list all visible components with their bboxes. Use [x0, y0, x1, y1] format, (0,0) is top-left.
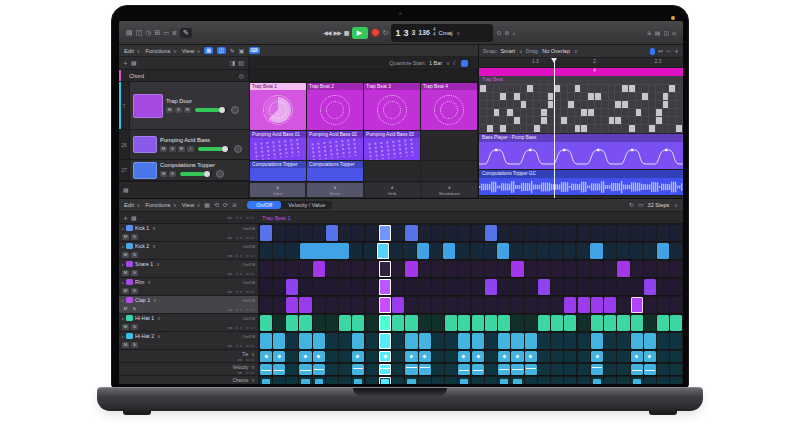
forward-button[interactable]: ▶▶	[334, 29, 341, 36]
step-cell[interactable]	[286, 351, 298, 362]
step-cell[interactable]	[339, 225, 351, 241]
volume-knob[interactable]	[219, 107, 225, 113]
step-cell[interactable]	[405, 297, 417, 313]
step-cell[interactable]	[670, 377, 682, 384]
step-cell[interactable]	[326, 315, 338, 331]
step-cell[interactable]	[299, 225, 311, 241]
step-cell[interactable]	[657, 225, 669, 241]
step-cell[interactable]	[564, 297, 576, 313]
step-cell[interactable]	[313, 333, 325, 349]
step-cell[interactable]	[630, 243, 642, 259]
step-cell[interactable]	[591, 377, 603, 384]
step-cell[interactable]	[339, 315, 351, 331]
step-cell[interactable]	[352, 315, 364, 331]
step-cell[interactable]	[405, 333, 417, 349]
mute-button[interactable]: M	[122, 288, 129, 294]
step-cell[interactable]	[419, 377, 431, 384]
mute-button[interactable]: M	[122, 306, 129, 312]
step-cell[interactable]	[643, 243, 655, 259]
disclosure-icon[interactable]: ▸	[122, 280, 124, 285]
step-cell[interactable]	[657, 261, 669, 277]
step-cell[interactable]	[617, 351, 629, 362]
step-cell[interactable]	[299, 261, 311, 277]
step-cell[interactable]	[631, 351, 643, 362]
rotate-icons[interactable]: ◂▸ ∨∧	[227, 271, 243, 276]
step-cell[interactable]	[657, 297, 669, 313]
performance-button[interactable]	[461, 60, 468, 67]
step-cell[interactable]	[604, 261, 616, 277]
step-cell[interactable]	[419, 333, 431, 349]
step-cell[interactable]	[604, 297, 616, 313]
mute-button[interactable]: M	[122, 234, 129, 240]
step-cell[interactable]	[604, 315, 616, 331]
step-cell[interactable]	[326, 225, 338, 241]
step-cell[interactable]	[352, 261, 364, 277]
step-cell[interactable]	[498, 261, 510, 277]
step-cell[interactable]	[432, 333, 444, 349]
step-cell[interactable]	[525, 297, 537, 313]
step-cell[interactable]	[419, 261, 431, 277]
step-cell[interactable]	[472, 333, 484, 349]
menu-edit[interactable]: Edit ∨	[124, 202, 140, 208]
i-button[interactable]: I	[187, 146, 194, 152]
step-cell[interactable]	[590, 243, 602, 259]
steps-length-value[interactable]: 32 Steps	[648, 202, 670, 208]
chord-track-header[interactable]: Chord ◎	[119, 70, 249, 81]
step-cell[interactable]	[631, 279, 643, 295]
step-cell[interactable]	[485, 333, 497, 349]
loop-cell[interactable]: Trap Beat 4	[421, 83, 477, 130]
step-cell[interactable]	[458, 333, 470, 349]
step-cell[interactable]	[273, 351, 285, 362]
step-cell[interactable]	[392, 225, 404, 241]
step-cell[interactable]	[458, 364, 470, 375]
step-cell[interactable]	[498, 364, 510, 375]
playhead-marker[interactable]	[551, 58, 557, 63]
empty-cell[interactable]	[421, 161, 477, 181]
rotate-icons[interactable]: ◂▸ ∨∧	[227, 289, 243, 294]
step-cell[interactable]	[419, 225, 431, 241]
step-cell[interactable]	[670, 351, 682, 362]
step-cell[interactable]	[405, 377, 417, 384]
step-cell[interactable]	[379, 364, 391, 375]
step-cell[interactable]	[657, 315, 669, 331]
editors-icon[interactable]: ≣	[172, 29, 177, 37]
step-cell[interactable]	[631, 261, 643, 277]
step-cell[interactable]	[670, 243, 682, 259]
step-cell[interactable]	[299, 315, 311, 331]
step-cell[interactable]	[299, 333, 311, 349]
step-cell[interactable]	[379, 333, 391, 349]
step-cell[interactable]	[511, 225, 523, 241]
step-cell[interactable]	[432, 315, 444, 331]
step-cell[interactable]	[419, 279, 431, 295]
step-cell[interactable]	[432, 297, 444, 313]
step-cell[interactable]	[564, 333, 576, 349]
scene-trigger-intro[interactable]: ∧Intro	[250, 183, 305, 197]
rotate-icons[interactable]: ◂▸ ∨∧	[227, 253, 243, 258]
step-cell[interactable]	[419, 351, 431, 362]
step-cell[interactable]	[352, 364, 364, 375]
step-cell[interactable]	[472, 315, 484, 331]
step-cell[interactable]	[591, 261, 603, 277]
step-cell[interactable]	[273, 297, 285, 313]
step-cell[interactable]	[472, 364, 484, 375]
step-cell[interactable]	[339, 297, 351, 313]
step-cell[interactable]	[405, 279, 417, 295]
row-header[interactable]: ▸Kick 2∨On/OffMS◂▸ ∨∧▭▭	[119, 242, 259, 260]
scene-trigger-breakdown[interactable]: ∧Breakdown	[422, 183, 477, 197]
step-cell[interactable]	[299, 351, 311, 362]
step-cell[interactable]	[379, 315, 391, 331]
mode-velocity-button[interactable]: Velocity / Value	[281, 201, 332, 209]
step-cell[interactable]	[564, 377, 576, 384]
step-cell[interactable]	[591, 279, 603, 295]
step-cell[interactable]	[405, 364, 417, 375]
rows-icon[interactable]: ▦	[204, 201, 210, 209]
step-cell[interactable]	[352, 377, 364, 384]
step-cell[interactable]	[631, 297, 643, 313]
step-cell[interactable]	[511, 351, 523, 362]
step-cell[interactable]	[644, 261, 656, 277]
step-cell[interactable]	[313, 377, 325, 384]
step-cell[interactable]	[313, 297, 325, 313]
catch-playhead-button[interactable]	[650, 48, 655, 55]
step-cell[interactable]	[511, 315, 523, 331]
step-cell[interactable]	[273, 333, 285, 349]
